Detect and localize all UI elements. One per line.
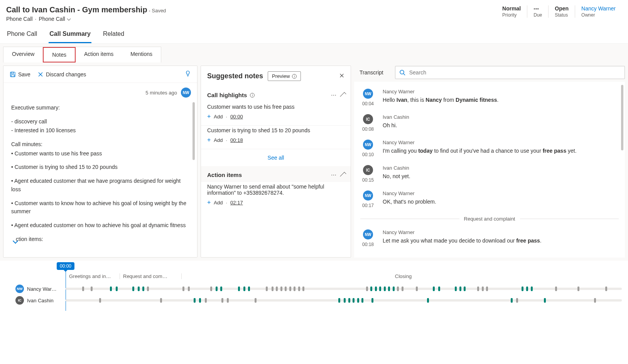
speaker-name: Ivan Cashin [383,114,619,120]
tab-call-summary[interactable]: Call Summary [49,27,91,43]
avatar: IC [363,114,373,124]
info-icon[interactable]: i [250,93,255,98]
save-button[interactable]: Save [10,71,30,78]
chevron-down-icon [13,238,18,244]
audio-tick [594,298,596,303]
timestamp-link[interactable]: 02:17 [230,200,243,206]
audio-tick [348,298,350,303]
transcript-row[interactable]: NW00:17Nancy WarnerOK, that's no problem… [360,187,619,212]
add-button[interactable]: Add [214,114,223,120]
audio-tick [110,286,112,291]
segment-greetings[interactable]: Greetings and in… [66,273,120,279]
stat-priority[interactable]: Normal Priority [496,5,527,18]
transcript-row[interactable]: NW00:04Nancy WarnerHello Ivan, this is N… [360,85,619,110]
breadcrumb-item[interactable]: Phone Call [39,16,65,22]
scrollbar[interactable] [621,85,623,150]
search-input[interactable] [409,69,621,76]
audio-tick [160,298,162,303]
audio-tick [402,286,403,291]
main-tabs: Phone Call Call Summary Related [0,25,628,44]
transcript-row[interactable]: NW00:10Nancy WarnerI'm calling you today… [360,136,619,161]
stat-due[interactable]: --- Due [527,5,548,18]
tab-phone-call[interactable]: Phone Call [6,27,38,43]
avatar[interactable]: NW [181,88,191,98]
segment-request[interactable]: Request and com… [120,273,181,279]
audio-tick [216,286,218,291]
avatar: NW [363,190,373,201]
audio-tick [384,286,386,291]
audio-tick [294,286,295,291]
audio-tick [388,286,390,291]
transcript-text: Hello Ivan, this is Nancy from Dynamic f… [383,96,619,104]
audio-tick [285,286,287,291]
audio-tick [338,298,340,303]
audio-tick [210,286,212,291]
more-icon[interactable]: ⋯ [331,92,336,98]
timestamp: 00:10 [362,152,374,157]
suggested-notes-panel: Suggested notes Preview i Call highlight… [201,66,351,258]
lightbulb-icon[interactable] [185,71,191,78]
info-icon: i [292,74,297,79]
close-icon [37,71,44,78]
chevron-down-icon[interactable] [67,17,71,20]
plus-icon[interactable]: + [207,199,211,206]
note-body[interactable]: Executive summary: - discovery call - In… [3,102,197,245]
audio-tick [427,298,429,303]
audio-tick [477,286,479,291]
svg-rect-2 [11,75,14,77]
timestamp-link[interactable]: 00:00 [230,114,243,120]
breadcrumb-item[interactable]: Phone Call [6,16,33,22]
segment-closing[interactable]: Closing [181,273,622,279]
scrollbar[interactable] [192,102,195,160]
discard-button[interactable]: Discard changes [37,71,86,78]
audio-tick [220,286,222,291]
transcript-panel: Transcript NW00:04Nancy WarnerHello Ivan… [354,66,625,258]
close-button[interactable] [339,73,344,79]
tab-related[interactable]: Related [102,27,125,43]
subtab-notes[interactable]: Notes [43,47,76,62]
add-button[interactable]: Add [214,137,223,143]
timestamp-link[interactable]: 00:18 [230,137,243,143]
transcript-row[interactable]: IC00:08Ivan CashinOh hi. [360,110,619,136]
avatar: NW [15,285,24,293]
audio-tick [555,286,557,291]
stat-status[interactable]: Open Status [548,5,575,18]
audio-tick [227,298,229,303]
preview-button[interactable]: Preview i [268,71,301,81]
timestamp: 00:08 [362,126,374,132]
audio-tick [522,286,523,291]
audio-tick [393,286,395,291]
stat-owner[interactable]: Nancy Warner Owner [575,5,622,18]
more-icon[interactable]: ⋯ [331,172,336,178]
timestamp: 00:18 [362,242,374,247]
audio-tick [344,298,346,303]
chevron-up-icon[interactable] [340,92,346,98]
track-label-ivan: IC Ivan Cashin [15,296,61,305]
transcript-row[interactable]: IC00:15Ivan CashinNo, not yet. [360,161,619,187]
transcript-row[interactable]: NW00:18Nancy WarnerLet me ask you what m… [360,226,619,251]
transcript-title: Transcript [354,66,389,79]
plus-icon[interactable]: + [207,136,211,143]
chevron-up-icon[interactable] [340,172,346,178]
plus-icon[interactable]: + [207,113,211,120]
subtab-action-items[interactable]: Action items [76,47,122,62]
add-button[interactable]: Add [214,200,223,206]
transcript-text: I'm calling you today to find out if you… [383,147,619,155]
audio-track-ivan[interactable] [66,299,622,302]
track-label-nancy: NW Nancy War… [15,285,61,293]
search-box[interactable] [395,66,625,79]
timestamp: 00:17 [362,203,374,208]
playhead-marker[interactable]: 00:00 [57,262,74,270]
audio-tick [142,286,144,291]
search-icon [399,69,405,76]
see-all-link[interactable]: See all [201,149,351,166]
subtab-mentions[interactable]: Mentions [122,47,161,62]
audio-track-nancy[interactable] [66,288,622,290]
action-items-title: Action items [207,172,242,178]
expand-button[interactable] [14,238,17,244]
svg-line-10 [403,74,405,75]
svg-rect-1 [11,72,14,74]
subtab-overview[interactable]: Overview [3,47,43,62]
call-timeline: 00:00 Greetings and in… Request and com…… [0,261,628,311]
audio-tick [116,286,118,291]
